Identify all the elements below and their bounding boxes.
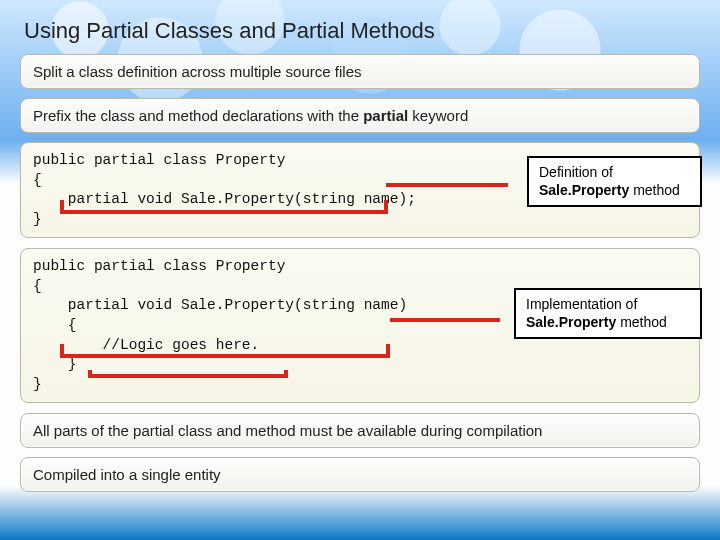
bullet-prefix-partial: Prefix the class and method declarations… xyxy=(20,98,700,133)
callout-implementation: Implementation of Sale.Property method xyxy=(514,288,702,339)
bullet-text-pre: Prefix the class and method declarations… xyxy=(33,107,363,124)
bullet-all-parts: All parts of the partial class and metho… xyxy=(20,413,700,448)
highlight-connector xyxy=(390,318,500,322)
callout-text-pre: Implementation of xyxy=(526,296,637,312)
bullet-text-post: keyword xyxy=(408,107,468,124)
bullet-split-definition: Split a class definition across multiple… xyxy=(20,54,700,89)
code-block-definition-wrap: public partial class Property { partial … xyxy=(20,142,700,238)
bullet-text: All parts of the partial class and metho… xyxy=(33,422,542,439)
highlight-underline xyxy=(88,370,288,378)
highlight-underline xyxy=(60,200,388,214)
code-block-implementation-wrap: public partial class Property { partial … xyxy=(20,248,700,403)
callout-definition: Definition of Sale.Property method xyxy=(527,156,702,207)
highlight-connector xyxy=(386,183,508,187)
highlight-underline xyxy=(60,344,390,358)
bullet-compiled-single: Compiled into a single entity xyxy=(20,457,700,492)
bullet-text: Split a class definition across multiple… xyxy=(33,63,361,80)
callout-text-post: method xyxy=(616,314,667,330)
page-title: Using Partial Classes and Partial Method… xyxy=(20,12,700,54)
callout-text-bold: Sale.Property xyxy=(526,314,616,330)
bullet-text: Compiled into a single entity xyxy=(33,466,221,483)
slide: Using Partial Classes and Partial Method… xyxy=(0,0,720,492)
keyword-partial: partial xyxy=(363,107,408,124)
callout-text-bold: Sale.Property xyxy=(539,182,629,198)
callout-text-pre: Definition of xyxy=(539,164,613,180)
callout-text-post: method xyxy=(629,182,680,198)
